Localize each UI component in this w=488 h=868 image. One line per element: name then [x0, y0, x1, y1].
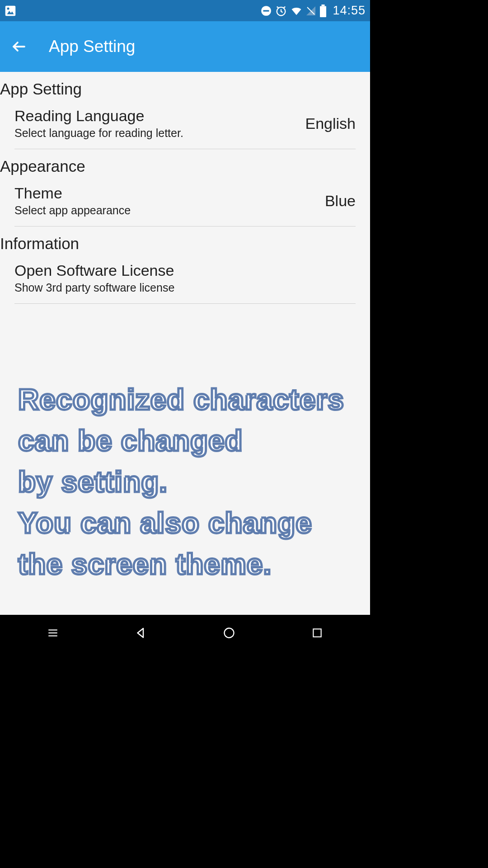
section-header-appearance: Appearance [0, 149, 370, 177]
signal-off-icon [305, 5, 316, 16]
back-button[interactable] [11, 38, 27, 55]
battery-icon [319, 5, 327, 17]
nav-back-icon [134, 626, 148, 640]
nav-home-button[interactable] [216, 619, 243, 646]
dnd-icon [260, 5, 272, 17]
setting-subtitle: Select language for reading letter. [14, 127, 183, 140]
setting-left: Reading Language Select language for rea… [14, 107, 183, 140]
setting-value: Blue [325, 192, 356, 210]
image-thumbnail-icon [4, 4, 17, 18]
setting-title: Reading Language [14, 107, 183, 125]
svg-rect-13 [313, 629, 321, 637]
app-bar-title: App Setting [49, 37, 135, 56]
overlay-line: You can also change [18, 507, 312, 539]
tutorial-overlay-text: Recognized characters can be changed by … [18, 379, 352, 585]
status-right: 14:55 [260, 4, 366, 18]
nav-bar [0, 615, 370, 651]
setting-title: Open Software License [14, 262, 174, 279]
back-arrow-icon [11, 38, 27, 55]
svg-rect-8 [322, 5, 325, 6]
overlay-line: Recognized characters [18, 383, 344, 416]
nav-home-icon [223, 627, 235, 639]
setting-row-license[interactable]: Open Software License Show 3rd party sof… [0, 255, 370, 303]
setting-value: English [305, 115, 356, 132]
overlay-line: the screen theme. [18, 548, 272, 580]
setting-subtitle: Show 3rd party software license [14, 281, 174, 294]
wifi-icon [290, 5, 303, 17]
svg-rect-0 [5, 5, 16, 16]
setting-title: Theme [14, 184, 131, 202]
nav-back-button[interactable] [127, 619, 155, 646]
screen: 14:55 App Setting App Setting Reading La… [0, 0, 370, 651]
nav-recent-icon [311, 627, 323, 639]
setting-row-reading-language[interactable]: Reading Language Select language for rea… [0, 100, 370, 149]
overlay-line: can be changed [18, 425, 243, 457]
svg-point-12 [224, 628, 234, 638]
setting-subtitle: Select app appearance [14, 204, 131, 217]
setting-left: Theme Select app appearance [14, 184, 131, 217]
svg-point-2 [7, 7, 9, 9]
setting-row-theme[interactable]: Theme Select app appearance Blue [0, 177, 370, 226]
nav-menu-button[interactable] [39, 619, 66, 646]
content: App Setting Reading Language Select lang… [0, 72, 370, 615]
section-header-app-setting: App Setting [0, 72, 370, 100]
overlay-line: by setting. [18, 466, 168, 498]
setting-left: Open Software License Show 3rd party sof… [14, 262, 174, 294]
status-left [4, 4, 17, 18]
status-time: 14:55 [333, 4, 366, 18]
alarm-icon [275, 5, 287, 17]
svg-rect-4 [263, 10, 269, 11]
svg-rect-7 [320, 6, 326, 17]
menu-icon [47, 627, 59, 639]
divider [14, 303, 356, 304]
app-bar: App Setting [0, 21, 370, 72]
section-header-information: Information [0, 226, 370, 255]
status-bar: 14:55 [0, 0, 370, 21]
nav-recent-button[interactable] [304, 619, 331, 646]
